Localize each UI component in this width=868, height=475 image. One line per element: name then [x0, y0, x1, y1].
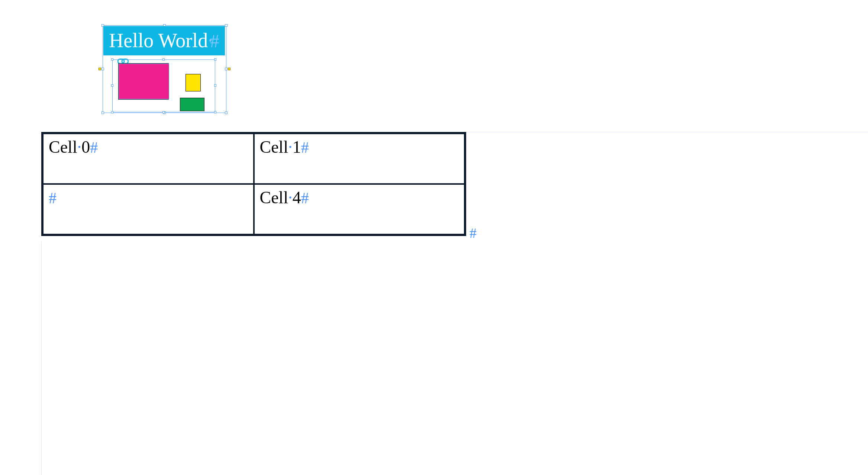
- hidden-space-glyph: ·: [77, 138, 82, 156]
- cell-text: 0: [81, 138, 90, 156]
- paragraph-mark: #: [90, 139, 98, 156]
- table-cell-0-0[interactable]: Cell·0#: [43, 133, 254, 184]
- paragraph-mark: #: [210, 30, 219, 51]
- resize-handle-top-right[interactable]: [225, 24, 228, 27]
- live-corner-handle-left[interactable]: [99, 68, 101, 70]
- banner-text: Hello World·: [109, 29, 210, 52]
- pink-rect: [119, 64, 169, 99]
- cell-text: Cell: [49, 138, 77, 156]
- table-cell-1-1[interactable]: Cell·4#: [254, 184, 465, 235]
- resize-handle-top-center[interactable]: [162, 58, 165, 61]
- table-row: Cell·0# Cell·1#: [43, 133, 465, 184]
- resize-handle-mid-right[interactable]: [214, 84, 216, 87]
- page-guide-horizontal: [466, 132, 868, 132]
- yellow-rect: [185, 74, 201, 91]
- resize-handle-top-right[interactable]: [214, 58, 216, 61]
- resize-handle-bottom-right[interactable]: [225, 112, 228, 114]
- hidden-space-glyph: ·: [288, 138, 293, 156]
- table-cell-0-1[interactable]: Cell·1#: [254, 133, 465, 184]
- cell-text: 4: [293, 188, 301, 207]
- page-guide-vertical: [41, 241, 42, 475]
- resize-handle-mid-left[interactable]: [101, 68, 104, 70]
- paragraph-mark: #: [301, 190, 309, 207]
- green-rect: [180, 98, 204, 111]
- paragraph-mark: #: [49, 190, 57, 207]
- live-corner-handle-right[interactable]: [228, 68, 230, 70]
- linked-graphic-frame[interactable]: [118, 63, 169, 100]
- cell-text: Cell: [260, 188, 288, 207]
- story-end-mark: #: [470, 225, 477, 241]
- document-table[interactable]: Cell·0# Cell·1# # Cell·4#: [41, 132, 466, 236]
- resize-handle-bottom-center[interactable]: [162, 111, 165, 113]
- cell-text: 1: [293, 138, 301, 156]
- resize-handle-mid-right[interactable]: [225, 68, 228, 70]
- cell-text: Cell: [260, 138, 288, 156]
- paragraph-mark: #: [301, 139, 309, 156]
- resize-handle-bottom-left[interactable]: [101, 112, 104, 114]
- resize-handle-bottom-right[interactable]: [214, 111, 216, 113]
- table-row: # Cell·4#: [43, 184, 465, 235]
- resize-handle-top-left[interactable]: [111, 58, 113, 61]
- text-frame-hello-world[interactable]: Hello World·#: [103, 26, 225, 55]
- resize-handle-bottom-left[interactable]: [111, 111, 113, 113]
- hidden-space-glyph: ·: [288, 188, 293, 207]
- resize-handle-mid-left[interactable]: [111, 84, 113, 87]
- table-cell-1-0[interactable]: #: [43, 184, 254, 235]
